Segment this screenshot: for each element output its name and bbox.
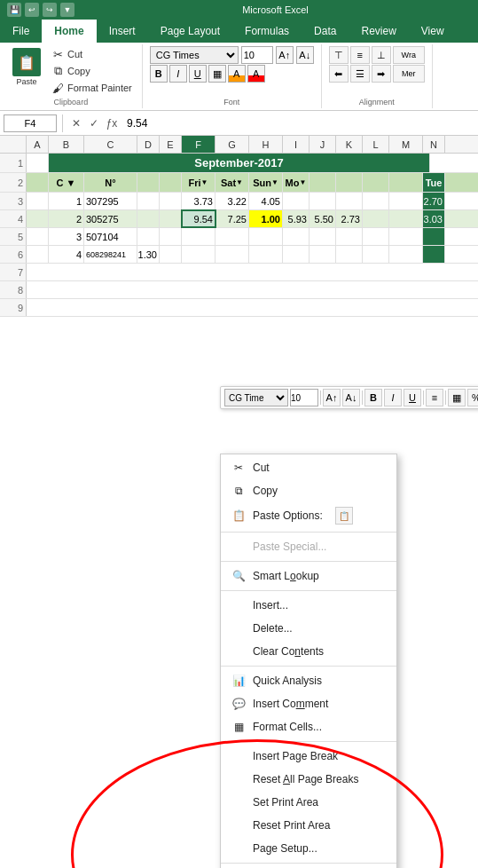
font-decrease-button[interactable]: A↓: [296, 46, 314, 64]
cell-a6[interactable]: [27, 246, 49, 263]
cell-j6[interactable]: [310, 246, 336, 263]
mini-underline-btn[interactable]: U: [404, 389, 421, 406]
underline-button[interactable]: U: [189, 65, 207, 83]
tab-file[interactable]: File: [0, 20, 42, 43]
cell-m6[interactable]: [389, 246, 423, 263]
align-top-button[interactable]: ⊤: [329, 46, 349, 64]
cell-a3[interactable]: [27, 193, 49, 209]
cell-m5[interactable]: [389, 228, 423, 245]
cell-g2[interactable]: Sat ▼: [215, 173, 249, 192]
mini-bold-btn[interactable]: B: [364, 389, 382, 406]
col-header-d[interactable]: D: [137, 136, 160, 153]
cell-m3[interactable]: [389, 193, 423, 209]
cell-c6[interactable]: 608298241: [84, 246, 137, 263]
save-icon[interactable]: 💾: [7, 3, 21, 17]
copy-button[interactable]: ⧉ Copy: [48, 63, 135, 79]
cell-d3[interactable]: [137, 193, 160, 209]
cell-b4[interactable]: 2: [49, 210, 84, 227]
bold-button[interactable]: B: [150, 65, 168, 83]
tab-view[interactable]: View: [409, 20, 457, 43]
ctx-cut[interactable]: ✂ Cut: [221, 456, 396, 479]
cell-g4[interactable]: 7.25: [215, 210, 249, 227]
col-header-c[interactable]: C: [84, 136, 137, 153]
ctx-insert-page-break[interactable]: Insert Page Break: [221, 745, 396, 768]
cell-f6[interactable]: [182, 246, 215, 263]
mini-font-select[interactable]: CG Time: [224, 389, 288, 406]
cell-f5[interactable]: [182, 228, 215, 245]
cell-j3[interactable]: [310, 193, 336, 209]
cell-f4[interactable]: 9.54: [182, 210, 215, 227]
font-color-button[interactable]: A: [247, 65, 265, 83]
cell-h3[interactable]: 4.05: [249, 193, 283, 209]
cell-k5[interactable]: [336, 228, 363, 245]
cell-k3[interactable]: [336, 193, 363, 209]
cell-a4[interactable]: [27, 210, 49, 227]
customize-icon[interactable]: ▼: [60, 3, 74, 17]
ctx-format-cells[interactable]: ▦ Format Cells...: [221, 715, 396, 738]
cell-j5[interactable]: [310, 228, 336, 245]
align-middle-button[interactable]: ≡: [350, 46, 370, 64]
cell-d5[interactable]: [137, 228, 160, 245]
cell-e2[interactable]: [160, 173, 182, 192]
formula-confirm-button[interactable]: ✓: [86, 115, 102, 131]
cut-button[interactable]: ✂ Cut: [48, 46, 135, 62]
mini-font-size[interactable]: [290, 389, 318, 406]
tab-insert[interactable]: Insert: [97, 20, 148, 43]
col-header-h[interactable]: H: [249, 136, 283, 153]
merge-button[interactable]: Mer: [393, 65, 425, 83]
cell-k2[interactable]: [336, 173, 363, 192]
cell-n6[interactable]: [423, 246, 445, 263]
col-header-l[interactable]: L: [363, 136, 389, 153]
col-header-k[interactable]: K: [336, 136, 363, 153]
ctx-smart-lookup[interactable]: 🔍 Smart Lookup: [221, 564, 396, 588]
cell-d6[interactable]: 1.30: [137, 246, 160, 263]
cell-e4[interactable]: [160, 210, 182, 227]
cell-g5[interactable]: [215, 228, 249, 245]
mini-percent-btn[interactable]: %: [467, 389, 478, 406]
cell-g6[interactable]: [215, 246, 249, 263]
paste-option-btn[interactable]: 📋: [335, 507, 353, 525]
fill-color-button[interactable]: A: [228, 65, 246, 83]
cell-i3[interactable]: [283, 193, 310, 209]
cell-l2[interactable]: [363, 173, 389, 192]
tab-review[interactable]: Review: [349, 20, 408, 43]
cell-l6[interactable]: [363, 246, 389, 263]
ctx-insert-comment[interactable]: 💬 Insert Comment: [221, 692, 396, 715]
mini-italic-btn[interactable]: I: [384, 389, 402, 406]
col-header-e[interactable]: E: [160, 136, 182, 153]
cell-a2[interactable]: [27, 173, 49, 192]
tab-home[interactable]: Home: [42, 20, 96, 43]
align-right-button[interactable]: ➡: [372, 65, 391, 83]
ctx-clear-contents[interactable]: Clear Contents: [221, 640, 396, 663]
align-left-button[interactable]: ⬅: [329, 65, 349, 83]
cell-n2[interactable]: Tue: [423, 173, 445, 192]
cell-n3[interactable]: 2.70: [423, 193, 445, 209]
cell-l4[interactable]: [363, 210, 389, 227]
cell-l3[interactable]: [363, 193, 389, 209]
ctx-insert[interactable]: Insert...: [221, 594, 396, 617]
formula-cancel-button[interactable]: ✕: [68, 115, 84, 131]
ctx-page-setup[interactable]: Page Setup...: [221, 837, 396, 860]
ctx-quick-analysis[interactable]: 📊 Quick Analysis: [221, 669, 396, 692]
border-button[interactable]: ▦: [208, 65, 226, 83]
ctx-paste-options[interactable]: 📋 Paste Options: 📋: [221, 502, 396, 529]
col-header-a[interactable]: A: [27, 136, 49, 153]
italic-button[interactable]: I: [169, 65, 187, 83]
tab-data[interactable]: Data: [302, 20, 349, 43]
cell-n5[interactable]: [423, 228, 445, 245]
cell-f3[interactable]: 3.73: [182, 193, 215, 209]
col-header-b[interactable]: B: [49, 136, 84, 153]
cell-header-september[interactable]: September-2017: [49, 154, 430, 172]
font-name-select[interactable]: CG Times: [150, 46, 239, 64]
cell-c4[interactable]: 305275: [84, 210, 137, 227]
mini-decrease-btn[interactable]: A↓: [342, 389, 360, 406]
cell-b3[interactable]: 1: [49, 193, 84, 209]
col-header-i[interactable]: I: [283, 136, 310, 153]
cell-d4[interactable]: [137, 210, 160, 227]
cell-i2[interactable]: Mo ▼: [283, 173, 310, 192]
formula-input[interactable]: [123, 114, 474, 132]
paste-button[interactable]: 📋 Paste: [7, 46, 46, 88]
ctx-copy[interactable]: ⧉ Copy: [221, 479, 396, 502]
cell-e3[interactable]: [160, 193, 182, 209]
cell-b2[interactable]: C ▼: [49, 173, 84, 192]
